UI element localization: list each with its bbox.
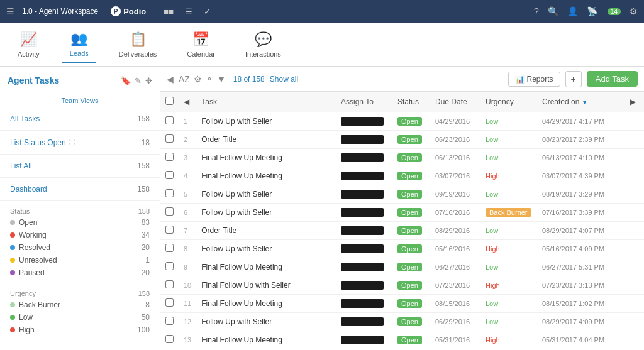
row-task[interactable]: Final Follow Up with Seller [196, 276, 336, 295]
hamburger-icon[interactable]: ☰ [6, 6, 14, 16]
status-working-item[interactable]: Working 34 [0, 229, 160, 241]
select-all-checkbox[interactable] [165, 97, 174, 105]
row-status: Open [392, 149, 430, 167]
help-icon[interactable]: ? [534, 6, 539, 16]
row-checkbox[interactable] [165, 226, 174, 234]
divider-1 [0, 130, 160, 131]
nav-deliverables[interactable]: 📋 Deliverables [111, 26, 165, 63]
row-checkbox[interactable] [165, 171, 174, 179]
status-paused-item[interactable]: Paused 20 [0, 266, 160, 279]
urgency-backburner-item[interactable]: Back Burner 8 [0, 298, 160, 311]
add-task-button[interactable]: Add Task [587, 71, 638, 87]
row-due-date: 08/15/2016 [430, 295, 480, 313]
nav-calendar[interactable]: 📅 Calendar [179, 26, 223, 63]
user-icon[interactable]: 👤 [567, 6, 578, 16]
status-open-badge: Open [397, 208, 422, 217]
row-checkbox[interactable] [165, 189, 174, 197]
collapse-sidebar-icon[interactable]: ◀ [167, 74, 174, 84]
nav-icon-list[interactable]: ☰ [185, 7, 192, 16]
sidebar-item-list-status-open[interactable]: List Status Open ⓘ 18 [0, 134, 160, 150]
row-checkbox[interactable] [165, 134, 174, 143]
assign-bar [341, 317, 384, 326]
row-task[interactable]: Final Follow Up Meeting [196, 258, 336, 276]
row-task[interactable]: Follow Up with Seller [196, 185, 336, 204]
row-task[interactable]: Follow Up with Seller [196, 204, 336, 222]
nav-icon-check[interactable]: ✓ [204, 7, 211, 16]
row-num: 1 [179, 112, 196, 131]
settings-icon[interactable]: ⚙ [630, 6, 638, 16]
filter-icon[interactable]: ⚬ [206, 74, 213, 84]
row-check-cell [160, 112, 179, 131]
th-status[interactable]: Status [392, 92, 430, 112]
th-urgency[interactable]: Urgency [480, 92, 537, 112]
table-row: 2 Order Title Open 06/23/2016 Low 08/23/… [160, 131, 644, 149]
nav-icon-grid[interactable]: ■■ [164, 7, 174, 16]
urgency-low-item[interactable]: Low 50 [0, 311, 160, 324]
row-task[interactable]: Final Follow Up Meeting [196, 331, 336, 349]
settings-gear-icon[interactable]: ⚙ [194, 74, 202, 84]
status-unresolved-item[interactable]: Unresolved 1 [0, 254, 160, 266]
nav-interactions[interactable]: 💬 Interactions [238, 26, 289, 63]
row-assign [336, 295, 392, 313]
row-checkbox[interactable] [165, 244, 174, 252]
row-assign [336, 313, 392, 331]
th-prev[interactable]: ◀ [179, 92, 196, 112]
th-created-on[interactable]: Created on ▼ [537, 92, 625, 112]
sidebar-edit-icon[interactable]: ✎ [135, 76, 142, 85]
divider-3 [0, 177, 160, 178]
nav-leads[interactable]: 👥 Leads [62, 26, 96, 63]
row-checkbox[interactable] [165, 335, 174, 343]
reports-button[interactable]: 📊 Reports [508, 72, 560, 87]
notif-count[interactable]: 14 [608, 8, 621, 15]
row-urgency: High [480, 240, 537, 258]
next-icon[interactable]: ▶ [630, 97, 636, 106]
row-task[interactable]: Final Follow Up Meeting [196, 149, 336, 167]
row-checkbox[interactable] [165, 298, 174, 307]
nav-activity[interactable]: 📈 Activity [10, 26, 47, 63]
row-task[interactable]: Follow Up with Seller [196, 240, 336, 258]
row-num: 8 [179, 240, 196, 258]
row-task[interactable]: Order Title [196, 222, 336, 240]
sidebar-item-all-tasks[interactable]: All Tasks 158 [0, 111, 160, 126]
row-checkbox[interactable] [165, 153, 174, 161]
show-all-link[interactable]: Show all [270, 75, 298, 84]
sidebar-section-title: Team Views [0, 93, 160, 108]
plus-button[interactable]: + [565, 71, 582, 87]
high-count: 100 [137, 325, 150, 334]
th-next[interactable]: ▶ [625, 92, 644, 112]
th-assign[interactable]: Assign To [336, 92, 392, 112]
row-check-cell [160, 313, 179, 331]
row-task[interactable]: Order Title [196, 131, 336, 149]
status-resolved-item[interactable]: Resolved 20 [0, 241, 160, 254]
sidebar-item-dashboard[interactable]: Dashboard 158 [0, 182, 160, 197]
row-checkbox[interactable] [165, 262, 174, 270]
row-checkbox[interactable] [165, 116, 174, 124]
prev-icon[interactable]: ◀ [184, 97, 189, 106]
reports-icon: 📊 [515, 75, 525, 84]
sidebar-expand-icon[interactable]: ✥ [145, 76, 152, 85]
search-icon[interactable]: 🔍 [548, 6, 558, 16]
urgency-high-item[interactable]: High 100 [0, 324, 160, 336]
row-task[interactable]: Follow Up with Seller [196, 313, 336, 331]
high-label: High [19, 325, 35, 334]
row-actions [625, 258, 644, 276]
th-due-date[interactable]: Due Date [430, 92, 480, 112]
sort-az-icon[interactable]: AZ [179, 74, 190, 84]
th-task[interactable]: Task [196, 92, 336, 112]
all-tasks-label: All Tasks [10, 114, 40, 123]
filter2-icon[interactable]: ▼ [217, 74, 226, 84]
sidebar-item-list-all[interactable]: List All 158 [0, 158, 160, 173]
assign-bar [341, 208, 384, 217]
status-open-item[interactable]: Open 83 [0, 216, 160, 229]
row-checkbox[interactable] [165, 280, 174, 288]
row-checkbox[interactable] [165, 207, 174, 216]
low-dot [10, 315, 15, 320]
row-task[interactable]: Final Follow Up Meeting [196, 295, 336, 313]
row-checkbox[interactable] [165, 317, 174, 325]
row-actions [625, 295, 644, 313]
unresolved-label: Unresolved [19, 256, 57, 265]
row-task[interactable]: Follow Up with Seller [196, 112, 336, 131]
sidebar-bookmark-icon[interactable]: 🔖 [121, 76, 131, 85]
stream-icon[interactable]: 📡 [587, 6, 597, 16]
row-task[interactable]: Final Follow Up Meeting [196, 167, 336, 185]
